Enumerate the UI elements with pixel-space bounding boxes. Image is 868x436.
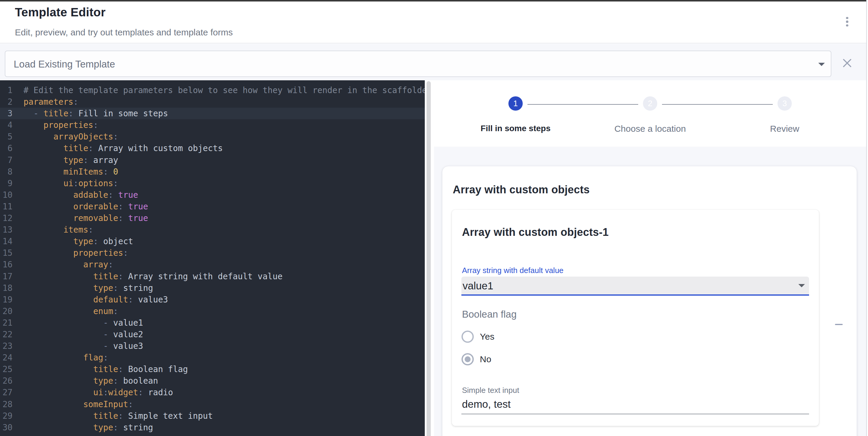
arrow-drop-down-icon[interactable] bbox=[818, 63, 825, 66]
text-field-label: Simple text input bbox=[462, 386, 519, 395]
page-header: Template Editor Edit, preview, and try o… bbox=[0, 1, 868, 43]
code-line[interactable]: 29 title: Simple text input bbox=[0, 410, 425, 422]
scrollbar-gutter[interactable] bbox=[867, 0, 868, 436]
yaml-code-editor[interactable]: 1# Edit the template parameters below to… bbox=[0, 80, 425, 436]
radio-option-no-label: No bbox=[480, 354, 491, 364]
code-line[interactable]: 5 arrayObjects: bbox=[0, 131, 425, 142]
wizard-stepper: 1Fill in some steps2Choose a location3Re… bbox=[434, 80, 866, 146]
code-line[interactable]: 17 title: Array string with default valu… bbox=[0, 271, 425, 282]
code-line[interactable]: 21 - value1 bbox=[0, 317, 425, 329]
pane-resize-handle[interactable] bbox=[427, 81, 431, 436]
code-line[interactable]: 4 properties: bbox=[0, 119, 425, 131]
radio-option-yes[interactable]: Yes bbox=[461, 325, 494, 348]
line-number: 10 bbox=[0, 189, 12, 201]
step-1-circle[interactable]: 1 bbox=[508, 96, 523, 111]
line-number: 7 bbox=[0, 154, 12, 166]
code-line[interactable]: 16 array: bbox=[0, 259, 425, 270]
step-connector bbox=[662, 104, 773, 105]
code-line[interactable]: 23 - value3 bbox=[0, 340, 425, 352]
remove-icon bbox=[835, 324, 843, 325]
line-number: 8 bbox=[0, 166, 12, 177]
array-item-title: Array with custom objects-1 bbox=[462, 226, 609, 238]
line-number: 12 bbox=[0, 212, 12, 224]
select-field-label: Array string with default value bbox=[462, 266, 563, 275]
page-subtitle: Edit, preview, and try out templates and… bbox=[15, 27, 233, 37]
code-line[interactable]: 19 default: value3 bbox=[0, 294, 425, 305]
line-number: 28 bbox=[0, 399, 12, 410]
code-line[interactable]: 11 orderable: true bbox=[0, 201, 425, 212]
array-string-select[interactable]: value1 bbox=[461, 277, 809, 295]
more-options-icon[interactable] bbox=[840, 13, 854, 28]
code-line[interactable]: 12 removable: true bbox=[0, 212, 425, 224]
radio-unchecked-icon bbox=[461, 330, 474, 343]
step-3-label: Review bbox=[770, 124, 799, 134]
array-string-select-value: value1 bbox=[463, 280, 493, 292]
line-number: 11 bbox=[0, 201, 12, 212]
template-form-preview-panel: 1Fill in some steps2Choose a location3Re… bbox=[431, 80, 866, 436]
radio-group-label: Boolean flag bbox=[462, 309, 517, 320]
code-line[interactable]: 15 properties: bbox=[0, 247, 425, 259]
line-number: 18 bbox=[0, 282, 12, 294]
line-number: 25 bbox=[0, 363, 12, 375]
line-number: 26 bbox=[0, 375, 12, 387]
line-number: 30 bbox=[0, 422, 12, 433]
line-number: 1 bbox=[0, 85, 12, 96]
line-number: 22 bbox=[0, 329, 12, 340]
line-number: 14 bbox=[0, 236, 12, 247]
line-number: 21 bbox=[0, 317, 12, 329]
line-number: 13 bbox=[0, 224, 12, 236]
radio-option-no[interactable]: No bbox=[461, 348, 491, 371]
code-line[interactable]: 13 items: bbox=[0, 224, 425, 236]
load-existing-template-label: Load Existing Template bbox=[14, 59, 115, 70]
line-number: 5 bbox=[0, 131, 12, 142]
line-number: 23 bbox=[0, 340, 12, 352]
code-line[interactable]: 7 type: array bbox=[0, 154, 425, 166]
code-line[interactable]: 8 minItems: 0 bbox=[0, 166, 425, 177]
line-number: 2 bbox=[0, 96, 12, 108]
code-line[interactable]: 18 type: string bbox=[0, 282, 425, 294]
code-lines: 1# Edit the template parameters below to… bbox=[0, 85, 425, 433]
code-line[interactable]: 28 someInput: bbox=[0, 399, 425, 410]
radio-option-yes-label: Yes bbox=[480, 332, 494, 342]
template-load-toolbar: Load Existing Template bbox=[0, 44, 868, 80]
code-line[interactable]: 22 - value2 bbox=[0, 329, 425, 340]
code-line[interactable]: 24 flag: bbox=[0, 352, 425, 363]
load-existing-template-select[interactable]: Load Existing Template bbox=[5, 51, 831, 77]
line-number: 17 bbox=[0, 271, 12, 282]
line-number: 19 bbox=[0, 294, 12, 305]
code-line[interactable]: 26 type: boolean bbox=[0, 375, 425, 387]
step-2-circle[interactable]: 2 bbox=[643, 96, 657, 111]
close-icon[interactable] bbox=[843, 59, 851, 67]
line-number: 29 bbox=[0, 410, 12, 422]
main-split: 1# Edit the template parameters below to… bbox=[0, 80, 868, 436]
code-line[interactable]: 1# Edit the template parameters below to… bbox=[0, 85, 425, 96]
code-line[interactable]: 20 enum: bbox=[0, 305, 425, 317]
remove-item-button[interactable] bbox=[832, 317, 846, 332]
array-section-title: Array with custom objects bbox=[453, 183, 590, 196]
step-content-card: Array with custom objects Array with cus… bbox=[442, 166, 857, 436]
code-line[interactable]: 6 title: Array with custom objects bbox=[0, 142, 425, 154]
step-1-label: Fill in some steps bbox=[481, 124, 551, 133]
code-line[interactable]: 30 type: string bbox=[0, 422, 425, 433]
code-line[interactable]: 2parameters: bbox=[0, 96, 425, 108]
line-number: 4 bbox=[0, 119, 12, 131]
arrow-drop-down-icon bbox=[798, 284, 805, 287]
code-line[interactable]: 3 - title: Fill in some steps bbox=[0, 108, 425, 119]
code-line[interactable]: 9 ui:options: bbox=[0, 177, 425, 189]
text-field-underline bbox=[461, 414, 809, 414]
line-number: 9 bbox=[0, 177, 12, 189]
step-3-circle[interactable]: 3 bbox=[777, 96, 792, 111]
line-number: 6 bbox=[0, 142, 12, 154]
select-focus-underline bbox=[461, 295, 809, 296]
line-number: 20 bbox=[0, 305, 12, 317]
code-line[interactable]: 10 addable: true bbox=[0, 189, 425, 201]
line-number: 15 bbox=[0, 247, 12, 259]
radio-checked-icon bbox=[461, 353, 474, 366]
line-number: 16 bbox=[0, 259, 12, 270]
page-title: Template Editor bbox=[15, 6, 106, 19]
line-number: 24 bbox=[0, 352, 12, 363]
code-line[interactable]: 25 title: Boolean flag bbox=[0, 363, 425, 375]
code-line[interactable]: 27 ui:widget: radio bbox=[0, 387, 425, 398]
code-line[interactable]: 14 type: object bbox=[0, 236, 425, 247]
array-item-card: Array with custom objects-1 Array string… bbox=[452, 210, 819, 426]
